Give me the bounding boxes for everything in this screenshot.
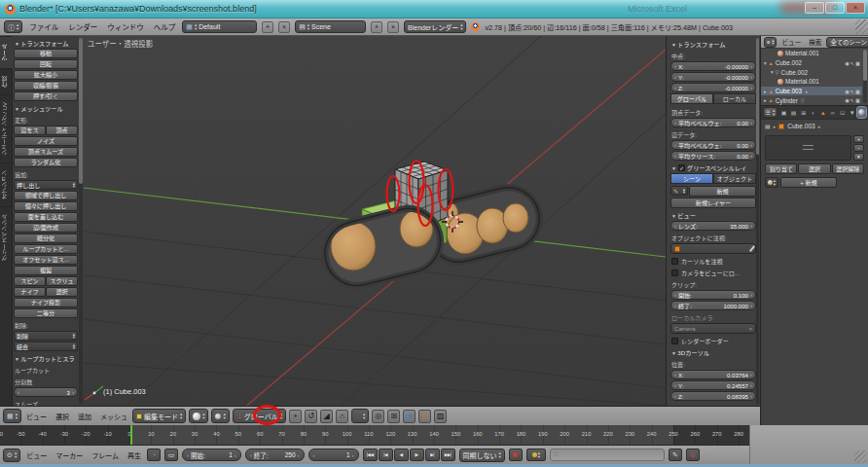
material-slot-list[interactable]: [765, 135, 851, 161]
manipulator-scale-button[interactable]: ◢: [320, 410, 333, 423]
clear-icon[interactable]: ×: [748, 325, 752, 332]
viewport-editor-type-dropdown[interactable]: ▦▴ ▾: [3, 409, 21, 423]
proportional-edit-button[interactable]: ◎: [372, 410, 384, 423]
play-reverse-button[interactable]: ◀: [394, 449, 409, 461]
deselect-button[interactable]: 選択解除: [832, 163, 864, 174]
toolshelf-tab-1[interactable]: ツール: [0, 36, 13, 68]
close-button[interactable]: ×: [846, 2, 865, 14]
render-camera-icon[interactable]: ▣: [855, 97, 860, 103]
menu-メッシュ[interactable]: メッシュ: [98, 412, 129, 421]
global-button[interactable]: グローバル: [670, 93, 713, 104]
cuts-slider[interactable]: 3: [14, 387, 78, 397]
outliner-editor-type-dropdown[interactable]: ≡▴ ▾: [764, 37, 777, 48]
outliner-row-Material.001[interactable]: Material.001: [761, 77, 862, 87]
tool-button-拡大縮小[interactable]: 拡大縮小: [14, 70, 78, 80]
opengl-render-button[interactable]: ▣: [403, 410, 416, 423]
properties-tab-data[interactable]: ▼: [848, 107, 856, 118]
tool-button-頂点[interactable]: 頂点: [46, 126, 78, 135]
resize-grip-icon[interactable]: [854, 450, 867, 463]
pivot-point-dropdown[interactable]: ▴ ▾: [211, 409, 229, 423]
snap-element-dropdown[interactable]: ▴ ▾: [351, 409, 369, 423]
timeline-editor-type-dropdown[interactable]: ⊙▴ ▾: [3, 449, 20, 462]
play-button[interactable]: ▶: [410, 449, 424, 461]
outliner-row-Cube.002[interactable]: ▾▽Cube.002: [761, 67, 862, 77]
tool-button-スピン[interactable]: スピン: [14, 276, 46, 286]
local-camera-field[interactable]: Camera×: [670, 323, 756, 334]
panel-header-transform[interactable]: トランスフォーム: [669, 38, 757, 50]
properties-tab-object[interactable]: ▲: [818, 107, 827, 118]
tool-button-複製[interactable]: 複製: [14, 266, 78, 275]
maximize-button[interactable]: □: [825, 2, 845, 14]
prev-keyframe-button[interactable]: |◀: [379, 449, 393, 461]
visibility-eye-icon[interactable]: ◉: [845, 89, 850, 94]
scene-button[interactable]: シーン: [670, 173, 713, 184]
menu-ヘルプ[interactable]: ヘルプ: [152, 21, 178, 32]
outliner-row-Cube.002[interactable]: ▾▲Cube.002◉↖▣: [761, 58, 862, 68]
orientation-dropdown[interactable]: ⊥グローバル▴ ▾: [233, 409, 286, 423]
menu-選択[interactable]: 選択: [54, 412, 71, 421]
tool-button-移動[interactable]: 移動: [14, 49, 78, 58]
properties-tab-world[interactable]: ◐: [809, 107, 817, 118]
slot-specials-button[interactable]: ▾: [853, 153, 864, 161]
eyedropper-icon[interactable]: [748, 245, 754, 251]
tool-button-細分化[interactable]: 細分化: [14, 234, 78, 243]
remove-slot-button[interactable]: −: [853, 144, 864, 152]
npanel-scrollbar[interactable]: [756, 38, 759, 404]
window-titlebar[interactable]: Blender* [C:¥Users¥anazawa¥Downloads¥scr…: [0, 0, 868, 18]
median-z-field[interactable]: Z:-0.00000: [670, 83, 756, 92]
panel-header-transform[interactable]: トランスフォーム: [13, 37, 79, 49]
browse-material-dropdown[interactable]: ▴ ▾: [765, 177, 778, 188]
visibility-eye-icon[interactable]: ◉: [845, 97, 850, 103]
menu-再生[interactable]: 再生: [126, 450, 143, 460]
toolshelf-scrollbar[interactable]: [79, 38, 83, 404]
next-keyframe-button[interactable]: ▶|: [425, 449, 440, 461]
selectability-arrow-icon[interactable]: ↖: [850, 60, 854, 66]
timeline-ruler[interactable]: -60-50-40-30-20-100102030405060708090100…: [0, 425, 749, 445]
median-x-field[interactable]: X:-0.00000: [670, 61, 756, 71]
record-button[interactable]: [509, 449, 523, 461]
tool-button-収縮/膨張[interactable]: 収縮/膨張: [14, 81, 78, 90]
current-frame-marker[interactable]: [130, 425, 132, 445]
minimize-button[interactable]: –: [805, 2, 824, 14]
menu-ファイル[interactable]: ファイル: [27, 21, 60, 32]
outliner-row-Material.001[interactable]: Material.001: [761, 49, 862, 58]
camera-to-view-checkbox[interactable]: [671, 269, 678, 276]
select-button[interactable]: 選択: [798, 163, 830, 174]
expand-toggle-icon[interactable]: ▾: [764, 60, 767, 66]
median-y-field[interactable]: Y:-0.00000: [670, 72, 756, 82]
new-layer-button[interactable]: 新規レイヤー: [670, 198, 756, 208]
local-button[interactable]: ローカル: [713, 93, 756, 104]
cursor-y-field[interactable]: Y:0.24557: [670, 380, 756, 390]
tool-button-ノイズ[interactable]: ノイズ: [14, 136, 78, 146]
extra-options-button[interactable]: ▨: [434, 410, 447, 423]
tool-button-面を差し込む[interactable]: 面を差し込む: [14, 212, 78, 222]
grease-new-button[interactable]: 新規: [689, 186, 756, 197]
delete-keyframe-button[interactable]: ⊘: [686, 449, 700, 461]
toolshelf-tab-4[interactable]: オプション: [0, 162, 13, 206]
insert-keyframe-button[interactable]: ✎: [669, 449, 682, 461]
properties-tab-modifiers[interactable]: ⊡: [838, 107, 847, 118]
add-layout-button[interactable]: +: [262, 21, 273, 33]
preview-range-toggle[interactable]: ◔: [147, 449, 161, 461]
menu-ウィンドウ[interactable]: ウィンドウ: [105, 21, 146, 32]
merge-dropdown[interactable]: 結合▴ ▾: [14, 341, 78, 351]
lens-field[interactable]: レンズ:35.000: [670, 221, 756, 231]
tool-button-辺をス[interactable]: 辺をス: [14, 126, 46, 135]
snap-toggle-button[interactable]: ∩: [336, 410, 348, 423]
panel-header-grease-pencil[interactable]: ✓グリースペンシルレイ: [669, 162, 757, 173]
add-scene-button[interactable]: +: [371, 21, 382, 33]
menu-ビュー[interactable]: ビュー: [24, 450, 49, 460]
assign-button[interactable]: 割り当て: [765, 163, 797, 174]
object-button[interactable]: オブジェクト: [713, 173, 756, 184]
properties-editor-type-dropdown[interactable]: ☰▴ ▾: [763, 107, 778, 118]
render-border-checkbox[interactable]: [671, 338, 678, 344]
render-engine-dropdown[interactable]: Blenderレンダー▴ ▾: [404, 20, 466, 33]
menu-フレーム[interactable]: フレーム: [90, 450, 121, 460]
delete-dropdown[interactable]: 削除▴ ▾: [14, 331, 78, 341]
toolshelf-tab-2[interactable]: 作成: [0, 68, 13, 94]
outliner-display-mode-dropdown[interactable]: 全てのシーン▴ ▾: [826, 37, 868, 48]
tool-button-スクリュ[interactable]: スクリュ: [46, 276, 78, 286]
outliner-scrollbar[interactable]: [863, 50, 867, 103]
properties-tab-render[interactable]: ▣: [779, 107, 788, 118]
lock-object-field[interactable]: [670, 243, 756, 254]
